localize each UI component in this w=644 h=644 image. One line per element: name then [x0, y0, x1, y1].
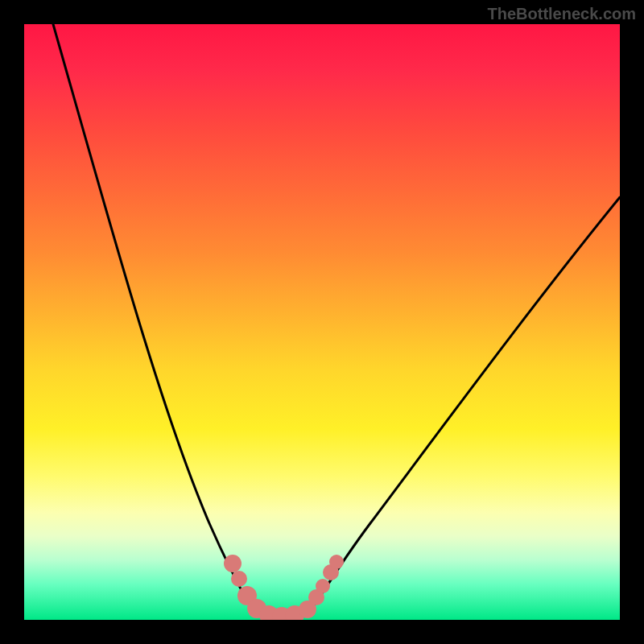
plot-area — [24, 24, 620, 620]
curve-left-curve — [53, 24, 262, 616]
marker-point — [231, 571, 247, 587]
marker-point — [224, 555, 242, 572]
chart-svg — [24, 24, 620, 620]
marker-point — [316, 579, 330, 593]
curve-right-curve — [306, 197, 620, 614]
chart-frame: TheBottleneck.com — [0, 0, 644, 644]
watermark: TheBottleneck.com — [488, 5, 636, 23]
marker-point — [329, 555, 344, 569]
